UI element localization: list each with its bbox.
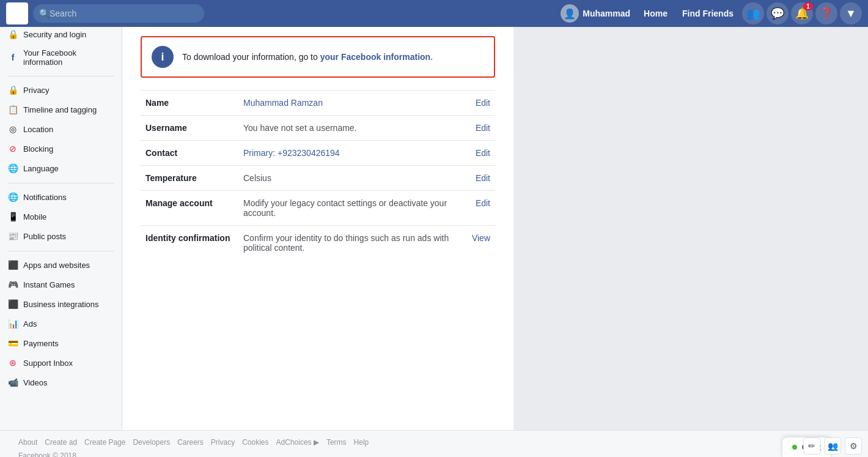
sidebar-item-label: Security and login (23, 30, 86, 39)
facebook-f-icon: f (7, 52, 18, 63)
sidebar-item-label: Language (23, 164, 59, 173)
messenger-icon-button[interactable]: 💬 (767, 2, 789, 24)
row-action[interactable]: Edit (458, 191, 495, 226)
home-link[interactable]: Home (638, 5, 674, 22)
sidebar-divider-2 (7, 183, 114, 184)
row-action[interactable]: Edit (458, 141, 495, 166)
footer-link[interactable]: Privacy (211, 438, 235, 447)
banner-link[interactable]: your Facebook information (320, 52, 430, 62)
table-row: Username You have not set a username. Ed… (141, 116, 495, 141)
edit-link[interactable]: Edit (476, 123, 490, 133)
timeline-icon: 📋 (7, 104, 18, 115)
sidebar-item-public-posts[interactable]: 📰 Public posts (0, 226, 122, 246)
sidebar-item-label: Blocking (23, 144, 53, 154)
privacy-icon: 🔒 (7, 84, 18, 95)
sidebar-item-label: Support Inbox (23, 359, 73, 368)
sidebar-item-business[interactable]: ⬛ Business integrations (0, 294, 122, 314)
row-value: Modify your legacy contact settings or d… (238, 191, 458, 226)
avatar: 👤 (561, 4, 579, 23)
row-action[interactable]: Edit (458, 91, 495, 116)
notifications-icon-button[interactable]: 🔔 1 (791, 2, 813, 24)
sidebar-item-ads[interactable]: 📊 Ads (0, 314, 122, 333)
footer-link[interactable]: Careers (177, 438, 204, 447)
row-value: Celsius (238, 166, 458, 191)
sidebar-item-label: Videos (23, 378, 48, 387)
sidebar-item-privacy[interactable]: 🔒 Privacy (0, 80, 122, 100)
search-bar[interactable]: 🔍 (33, 4, 204, 23)
footer-link[interactable]: Help (354, 438, 369, 447)
footer-link[interactable]: Cookies (242, 438, 268, 447)
edit-link[interactable]: Edit (476, 98, 490, 108)
sidebar-item-instant-games[interactable]: 🎮 Instant Games (0, 275, 122, 294)
banner-text-before: To download your information, go to (182, 52, 320, 62)
edit-link[interactable]: Edit (476, 198, 490, 208)
lock-icon: 🔒 (7, 29, 18, 40)
edit-link[interactable]: Edit (476, 173, 490, 183)
location-icon: ◎ (7, 124, 18, 135)
ads-icon: 📊 (7, 318, 18, 329)
footer-link[interactable]: Terms (326, 438, 347, 447)
sidebar-item-timeline[interactable]: 📋 Timeline and tagging (0, 100, 122, 119)
sidebar-item-apps[interactable]: ⬛ Apps and websites (0, 255, 122, 275)
row-action[interactable]: Edit (458, 166, 495, 191)
row-value: You have not set a username. (238, 116, 458, 141)
info-banner: i To download your information, go to yo… (141, 36, 495, 78)
help-icon-button[interactable]: ❓ (815, 2, 837, 24)
sidebar-item-blocking[interactable]: ⊘ Blocking (0, 139, 122, 158)
row-action[interactable]: View (458, 226, 495, 261)
topnav-right: 👤 Muhammad Home Find Friends 👥 💬 🔔 1 ❓ ▼ (556, 2, 862, 25)
banner-text-after: . (430, 52, 433, 62)
sidebar-item-label: Notifications (23, 193, 67, 202)
sidebar-item-mobile[interactable]: 📱 Mobile (0, 207, 122, 226)
sidebar-item-label: Location (23, 125, 53, 134)
user-profile-button[interactable]: 👤 Muhammad (556, 2, 635, 25)
sidebar-item-label: Mobile (23, 212, 46, 221)
row-label: Identity confirmation (141, 226, 238, 261)
find-friends-link[interactable]: Find Friends (676, 5, 740, 22)
footer-link[interactable]: Create Page (84, 438, 125, 447)
language-icon: 🌐 (7, 163, 18, 174)
sidebar-item-label: Timeline and tagging (23, 105, 97, 114)
friends-icon-button[interactable]: 👥 (742, 2, 764, 24)
sidebar-item-support-inbox[interactable]: ⊛ Support Inbox (0, 353, 122, 373)
sidebar-item-security[interactable]: 🔒 Security and login (0, 24, 122, 44)
sidebar-item-payments[interactable]: 💳 Payments (0, 333, 122, 353)
chat-right-icons: ✏ 👥 ⚙ (803, 437, 862, 457)
dropdown-icon-button[interactable]: ▼ (840, 2, 862, 24)
games-icon: 🎮 (7, 279, 18, 290)
footer-link[interactable]: Create ad (45, 438, 77, 447)
sidebar-item-videos[interactable]: 📹 Videos (0, 373, 122, 392)
row-label: Temperature (141, 166, 238, 191)
help-icon: ❓ (820, 7, 833, 20)
facebook-logo[interactable] (6, 2, 28, 24)
sidebar-item-notifications[interactable]: 🌐 Notifications (0, 187, 122, 207)
edit-link[interactable]: Edit (476, 148, 490, 158)
sidebar-item-language[interactable]: 🌐 Language (0, 158, 122, 178)
business-icon: ⬛ (7, 299, 18, 310)
footer-link[interactable]: AdChoices ▶ (276, 438, 319, 447)
table-row: Manage account Modify your legacy contac… (141, 191, 495, 226)
footer: AboutCreate adCreate PageDevelopersCaree… (0, 430, 868, 457)
footer-links: AboutCreate adCreate PageDevelopersCaree… (18, 438, 850, 447)
apps-icon: ⬛ (7, 259, 18, 270)
chat-group-icon[interactable]: 👥 (824, 437, 841, 455)
row-action[interactable]: Edit (458, 116, 495, 141)
chat-status-dot (792, 445, 797, 450)
payments-icon: 💳 (7, 338, 18, 349)
row-label: Username (141, 116, 238, 141)
sidebar-item-location[interactable]: ◎ Location (0, 119, 122, 139)
sidebar-item-fb-info[interactable]: f Your Facebook information (0, 44, 122, 71)
sidebar-item-label: Business integrations (23, 300, 99, 309)
search-input[interactable] (50, 9, 190, 18)
username-label: Muhammad (583, 9, 630, 18)
view-link[interactable]: View (472, 233, 490, 243)
table-row: Temperature Celsius Edit (141, 166, 495, 191)
chat-edit-icon[interactable]: ✏ (803, 437, 820, 455)
right-space (513, 0, 868, 430)
chevron-down-icon: ▼ (845, 7, 856, 20)
row-label: Contact (141, 141, 238, 166)
footer-link[interactable]: Developers (133, 438, 170, 447)
footer-link[interactable]: About (18, 438, 37, 447)
sidebar-item-label: Public posts (23, 232, 66, 241)
chat-settings-icon[interactable]: ⚙ (845, 437, 862, 455)
